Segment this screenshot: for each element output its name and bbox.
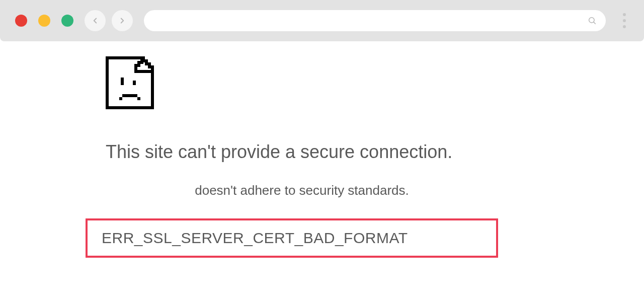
error-code: ERR_SSL_SERVER_CERT_BAD_FORMAT [102,230,482,247]
svg-rect-3 [133,81,136,85]
svg-rect-5 [119,97,122,100]
overflow-menu-button[interactable] [620,10,629,31]
dot-icon [623,25,626,28]
svg-rect-4 [122,94,137,97]
forward-arrow-icon [118,16,127,25]
svg-rect-6 [137,97,140,100]
dot-icon [623,13,626,16]
error-subheading: doesn't adhere to security standards. [96,183,508,198]
svg-line-1 [594,22,596,24]
svg-rect-2 [121,78,124,85]
sad-document-icon [106,56,154,109]
back-arrow-icon [91,16,100,25]
browser-toolbar [0,0,644,41]
back-button[interactable] [85,10,106,31]
maximize-window-button[interactable] [61,15,73,27]
svg-point-0 [589,18,595,23]
close-window-button[interactable] [15,15,27,27]
error-code-highlight-box: ERR_SSL_SERVER_CERT_BAD_FORMAT [86,218,498,258]
window-controls [15,15,73,27]
search-icon [588,16,597,25]
address-bar[interactable] [144,10,606,31]
error-page-content: This site can't provide a secure connect… [0,41,644,258]
error-heading: This site can't provide a secure connect… [106,141,644,163]
dot-icon [623,19,626,22]
minimize-window-button[interactable] [38,15,50,27]
forward-button[interactable] [112,10,133,31]
